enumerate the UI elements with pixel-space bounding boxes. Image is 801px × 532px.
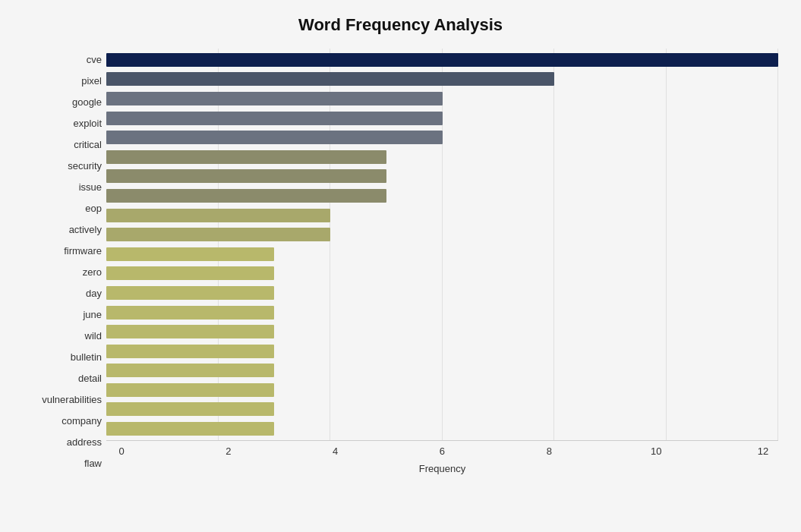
bar-row-zero xyxy=(106,244,778,264)
bar-day xyxy=(106,266,274,280)
bar-row-vulnerabilities xyxy=(106,361,778,381)
bar-row-address xyxy=(106,400,778,420)
y-label-vulnerabilities: vulnerabilities xyxy=(23,390,102,410)
bar-eop xyxy=(106,189,386,203)
bar-google xyxy=(106,92,443,105)
bar-cve xyxy=(106,53,778,67)
bar-row-wild xyxy=(106,303,778,323)
bar-row-cve xyxy=(106,50,778,70)
bar-issue xyxy=(106,169,386,183)
grid-and-bars xyxy=(106,49,778,441)
bar-critical xyxy=(106,131,443,144)
x-tick-6: 6 xyxy=(427,445,457,457)
bar-row-pixel xyxy=(106,70,778,90)
y-label-cve: cve xyxy=(23,49,102,69)
bar-row-flaw xyxy=(106,419,778,439)
bars-wrapper xyxy=(106,49,778,440)
y-label-pixel: pixel xyxy=(23,71,102,90)
y-label-google: google xyxy=(23,92,102,112)
y-label-actively: actively xyxy=(23,219,102,239)
bar-row-critical xyxy=(106,127,778,147)
bar-bulletin xyxy=(106,325,274,338)
bar-zero xyxy=(106,247,274,261)
y-label-issue: issue xyxy=(23,177,102,197)
x-tick-2: 2 xyxy=(213,445,244,457)
y-label-wild: wild xyxy=(23,326,102,346)
bar-address xyxy=(106,402,274,416)
bar-june xyxy=(106,286,274,300)
bar-actively xyxy=(106,209,330,222)
x-tick-10: 10 xyxy=(641,445,671,457)
chart-title: Word Frequency Analysis xyxy=(23,15,778,35)
y-label-exploit: exploit xyxy=(23,113,102,133)
bar-row-bulletin xyxy=(106,322,778,342)
bar-row-day xyxy=(106,264,778,284)
bar-flaw xyxy=(106,422,274,436)
y-label-june: june xyxy=(23,305,102,325)
y-label-security: security xyxy=(23,156,102,175)
x-axis-labels: 024681012 xyxy=(106,441,778,457)
bar-row-eop xyxy=(106,186,778,206)
y-label-flaw: flaw xyxy=(23,454,102,474)
bar-row-company xyxy=(106,380,778,400)
x-tick-0: 0 xyxy=(106,445,137,457)
chart-area: cvepixelgoogleexploitcriticalsecurityiss… xyxy=(23,49,778,474)
bar-row-security xyxy=(106,147,778,167)
bar-pixel xyxy=(106,72,554,86)
y-label-bulletin: bulletin xyxy=(23,348,102,367)
bar-row-firmware xyxy=(106,225,778,244)
x-axis-title: Frequency xyxy=(106,463,778,474)
y-label-zero: zero xyxy=(23,262,102,282)
bar-row-exploit xyxy=(106,109,778,128)
y-label-eop: eop xyxy=(23,198,102,218)
bar-security xyxy=(106,150,386,164)
y-label-firmware: firmware xyxy=(23,241,102,260)
x-tick-8: 8 xyxy=(534,445,564,457)
chart-container: Word Frequency Analysis cvepixelgoogleex… xyxy=(0,0,801,532)
x-tick-12: 12 xyxy=(748,445,778,457)
y-label-company: company xyxy=(23,411,102,431)
y-label-address: address xyxy=(23,433,102,452)
bar-row-detail xyxy=(106,342,778,361)
bar-vulnerabilities xyxy=(106,364,274,377)
bar-row-actively xyxy=(106,206,778,225)
bar-wild xyxy=(106,306,274,320)
bar-row-google xyxy=(106,89,778,109)
y-label-critical: critical xyxy=(23,134,102,154)
y-label-day: day xyxy=(23,284,102,304)
bar-company xyxy=(106,383,274,397)
bar-row-issue xyxy=(106,167,778,187)
plot-area: 024681012 Frequency xyxy=(106,49,778,474)
bar-exploit xyxy=(106,112,443,125)
bar-row-june xyxy=(106,283,778,303)
bar-firmware xyxy=(106,228,330,241)
y-label-detail: detail xyxy=(23,369,102,389)
y-axis-labels: cvepixelgoogleexploitcriticalsecurityiss… xyxy=(23,49,106,474)
bar-detail xyxy=(106,345,274,358)
x-tick-4: 4 xyxy=(320,445,351,457)
